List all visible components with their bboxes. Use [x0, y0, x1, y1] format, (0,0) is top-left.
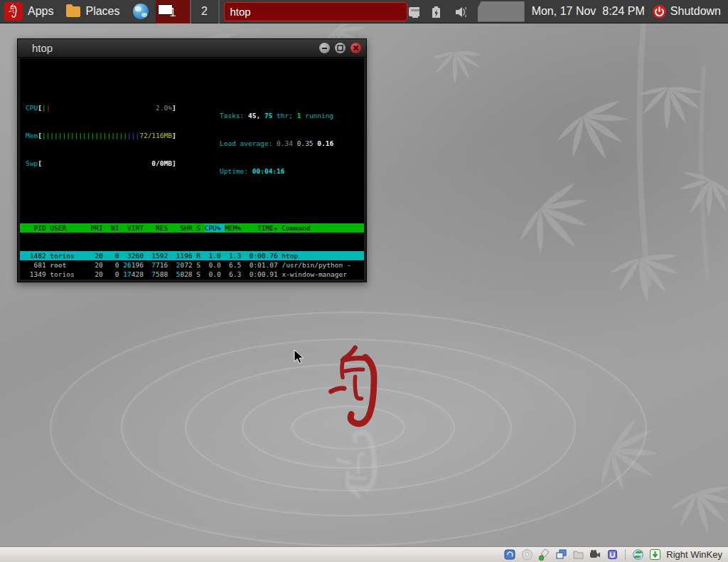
web-browser-icon[interactable] [133, 4, 149, 19]
hard-disk-icon[interactable] [504, 548, 516, 561]
process-table: 1482 torios 20 0 3260 1592 1196 R 1.0 1.… [26, 251, 364, 280]
maximize-button[interactable] [335, 43, 346, 53]
mouse-cursor [294, 349, 305, 365]
window-titlebar[interactable]: htop [18, 39, 366, 58]
statusbar-separator [625, 549, 626, 560]
load-label: Load average: [220, 139, 277, 147]
process-row[interactable]: 681 root 20 0 26196 7716 2072 S 0.0 6.5 … [26, 260, 364, 270]
battery-icon[interactable] [431, 6, 443, 18]
shutdown-button[interactable]: Shutdown [670, 5, 721, 18]
htop-meters: CPU[|| 2.0%] Mem[|||||||||||||||||||||||… [26, 85, 364, 196]
close-button[interactable] [350, 43, 361, 53]
workspace-2-label: 2 [201, 5, 208, 18]
load-1: 0.34 [277, 139, 297, 147]
uptime-value: 00:04:16 [252, 167, 285, 175]
load-3: 0.16 [317, 139, 333, 147]
network-icon[interactable] [538, 548, 550, 561]
power-icon [652, 4, 667, 19]
process-row[interactable]: 1482 torios 20 0 3260 1592 1196 R 1.0 1.… [20, 251, 364, 260]
vm-status-bar: Right WinKey [0, 546, 728, 562]
uptime-label: Uptime: [220, 167, 252, 175]
process-row[interactable]: 1349 torios 20 0 17428 7588 5828 S 0.0 6… [26, 270, 364, 279]
distro-logo-icon[interactable] [4, 2, 23, 21]
workspace-2[interactable]: 2 [191, 0, 218, 23]
host-key-indicator: Right WinKey [666, 549, 722, 560]
tasks-running-text: running [301, 112, 333, 120]
cdrom-icon[interactable] [521, 548, 533, 561]
htop-window: htop CPU[|| 2.0%] Mem[||||||||||||||||||… [17, 38, 367, 282]
taskbar-htop-button[interactable]: htop [224, 2, 407, 21]
video-capture-icon[interactable] [589, 548, 601, 561]
workspace-pager: 1 2 [156, 0, 220, 23]
usb-icon[interactable] [606, 548, 619, 561]
panel-applet-area [478, 1, 525, 22]
tasks-label: Tasks: [220, 112, 248, 120]
workspace-1-label: 1 [170, 6, 176, 19]
volume-icon[interactable] [454, 6, 466, 18]
minimize-button[interactable] [319, 43, 330, 53]
display-windows-icon[interactable] [555, 548, 567, 561]
pager-divider [218, 0, 220, 23]
load-2: 0.35 [297, 139, 318, 147]
folder-icon [66, 6, 80, 17]
places-menu[interactable]: Places [85, 5, 119, 18]
auto-resize-icon[interactable] [649, 548, 661, 561]
network-monitor-icon[interactable] [407, 6, 419, 18]
bird-kanji-reflection [321, 422, 401, 502]
apps-menu[interactable]: Apps [28, 5, 53, 18]
mouse-integration-icon[interactable] [632, 548, 644, 561]
htop-terminal[interactable]: CPU[|| 2.0%] Mem[|||||||||||||||||||||||… [20, 58, 364, 280]
clock[interactable]: Mon, 17 Nov 8:24 PM [532, 5, 645, 18]
system-tray [407, 6, 466, 18]
htop-info: Tasks: 45, 75 thr; 1 running Load averag… [220, 92, 333, 194]
shared-folder-icon[interactable] [572, 548, 584, 561]
tasks-thr-text: thr; [272, 112, 296, 120]
tasks-count: 45, [248, 112, 264, 120]
process-table-header[interactable]: PID USER PRI NI VIRT RES SHR S CPU% MEM%… [20, 223, 364, 233]
top-panel: Apps Places 1 2 htop Mon, 17 No [0, 0, 728, 23]
window-title: htop [32, 42, 53, 54]
process-row[interactable]: 1245 root 20 0 69484 23668 7636 S 0.0 19… [26, 279, 364, 280]
workspace-1[interactable]: 1 [156, 0, 190, 23]
tasks-threads: 75 [264, 112, 272, 120]
